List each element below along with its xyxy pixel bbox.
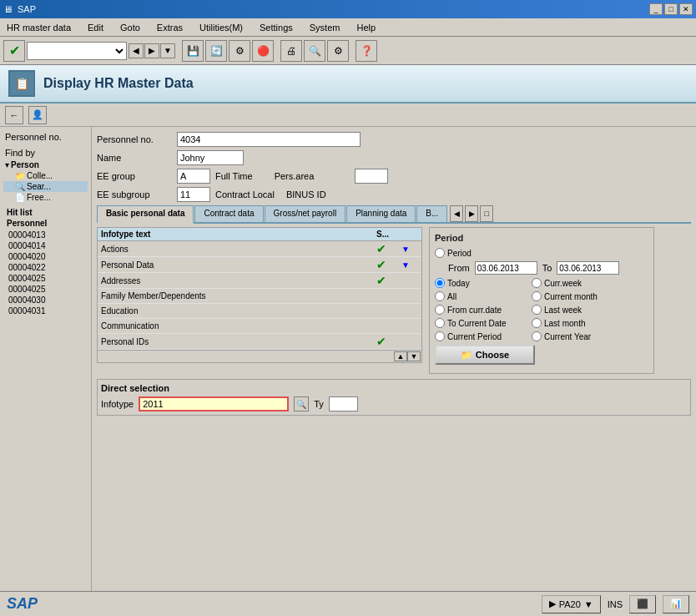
to-date-input[interactable] bbox=[557, 261, 619, 275]
table-row[interactable]: Communication bbox=[98, 319, 421, 334]
refresh-button[interactable]: 🔄 bbox=[205, 40, 227, 62]
menu-edit[interactable]: Edit bbox=[84, 21, 107, 34]
choose-button[interactable]: 📁 Choose bbox=[435, 345, 535, 365]
tab-contract-data[interactable]: Contract data bbox=[194, 205, 263, 222]
tab-nav-menu[interactable]: □ bbox=[480, 205, 493, 222]
from-curr-radio-label[interactable]: From curr.date bbox=[435, 305, 527, 315]
pers-area-input[interactable] bbox=[355, 169, 388, 184]
current-period-radio[interactable] bbox=[435, 331, 445, 341]
personnel-no-input[interactable] bbox=[177, 132, 361, 147]
table-row[interactable]: Addresses ✔ bbox=[98, 273, 421, 289]
name-input[interactable] bbox=[177, 150, 244, 165]
close-button[interactable]: ✕ bbox=[679, 3, 693, 15]
tab-b[interactable]: B... bbox=[416, 205, 447, 222]
last-month-radio-label[interactable]: Last month bbox=[532, 318, 585, 328]
help-button[interactable]: ❓ bbox=[356, 40, 377, 62]
hit-list-item-4[interactable]: 00004025 bbox=[7, 273, 84, 284]
tab-planning-data[interactable]: Planning data bbox=[346, 205, 416, 222]
table-row[interactable]: Actions ✔ ▼ bbox=[98, 241, 421, 257]
forward-button[interactable]: ▶ bbox=[144, 43, 159, 58]
menu-goto[interactable]: Goto bbox=[117, 21, 144, 34]
hit-list-item-7[interactable]: 00004031 bbox=[7, 305, 84, 316]
menu-hr-master-data[interactable]: HR master data bbox=[3, 21, 74, 34]
menu-extras[interactable]: Extras bbox=[154, 21, 186, 34]
free-icon: 📄 bbox=[15, 193, 25, 202]
main-content: Personnel no. Find by ▾ Person 📁 Colle..… bbox=[0, 127, 696, 593]
history-button[interactable]: ▼ bbox=[160, 43, 175, 58]
save-button[interactable]: 💾 bbox=[182, 40, 204, 62]
print-button[interactable]: 🖨 bbox=[280, 40, 302, 62]
from-curr-radio[interactable] bbox=[435, 305, 445, 315]
menu-utilities[interactable]: Utilities(M) bbox=[196, 21, 246, 34]
table-row[interactable]: Family Member/Dependents bbox=[98, 289, 421, 304]
mode-label: PA20 bbox=[559, 599, 581, 609]
to-current-radio[interactable] bbox=[435, 318, 445, 328]
period-panel: Period Period From To bbox=[429, 227, 654, 374]
green-check-button[interactable]: ✔ bbox=[3, 40, 25, 62]
last-week-radio[interactable] bbox=[532, 305, 542, 315]
back-button[interactable]: ◀ bbox=[129, 43, 144, 58]
sub-person-button[interactable]: 👤 bbox=[28, 106, 47, 124]
menu-system[interactable]: System bbox=[306, 21, 344, 34]
current-period-radio-label[interactable]: Current Period bbox=[435, 331, 527, 341]
ty-input[interactable] bbox=[329, 396, 358, 412]
last-week-radio-label[interactable]: Last week bbox=[532, 305, 582, 315]
tab-basic-personal-data[interactable]: Basic personal data bbox=[97, 205, 194, 224]
table-row[interactable]: Personal IDs ✔ bbox=[98, 334, 421, 350]
window-controls[interactable]: _ □ ✕ bbox=[649, 3, 693, 15]
sub-back-button[interactable]: ← bbox=[5, 106, 23, 124]
period-radio-label[interactable]: Period bbox=[435, 248, 472, 258]
to-current-radio-label[interactable]: To Current Date bbox=[435, 318, 527, 328]
sidebar-item-sear[interactable]: 🔍 Sear... bbox=[3, 181, 88, 192]
table-row[interactable]: Personal Data ✔ ▼ bbox=[98, 257, 421, 273]
infotype-search-button[interactable]: 🔍 bbox=[294, 396, 309, 412]
from-date-input[interactable] bbox=[475, 261, 537, 275]
all-radio-label[interactable]: All bbox=[435, 291, 527, 301]
scroll-down-btn[interactable]: ▼ bbox=[407, 351, 421, 361]
sidebar-expand-icon[interactable]: ▾ Person bbox=[3, 159, 88, 170]
direct-selection-title: Direct selection bbox=[101, 383, 687, 393]
all-radio[interactable] bbox=[435, 291, 445, 301]
curr-week-radio[interactable] bbox=[532, 278, 542, 288]
current-month-radio-label[interactable]: Current month bbox=[532, 291, 598, 301]
table-row[interactable]: Education bbox=[98, 304, 421, 319]
menu-settings[interactable]: Settings bbox=[256, 21, 296, 34]
scroll-up-btn[interactable]: ▲ bbox=[394, 351, 407, 361]
settings-button[interactable]: ⚙ bbox=[327, 40, 349, 62]
binus-id-label: BINUS ID bbox=[286, 189, 326, 199]
tab-nav-next[interactable]: ▶ bbox=[465, 205, 478, 222]
stop-button[interactable]: 🔴 bbox=[252, 40, 274, 62]
ee-group-code-input[interactable] bbox=[177, 169, 210, 184]
command-input[interactable] bbox=[27, 42, 127, 60]
last-month-radio[interactable] bbox=[532, 318, 542, 328]
today-radio[interactable] bbox=[435, 278, 445, 288]
maximize-button[interactable]: □ bbox=[664, 3, 678, 15]
toolbar: ✔ ◀ ▶ ▼ 💾 🔄 ⚙ 🔴 🖨 🔍 ⚙ ❓ bbox=[0, 37, 696, 65]
play-pa20-button[interactable]: ▶ PA20 ▼ bbox=[542, 595, 601, 613]
find-button[interactable]: 🔍 bbox=[304, 40, 325, 62]
menu-help[interactable]: Help bbox=[353, 21, 379, 34]
hit-list-item-1[interactable]: 00004014 bbox=[7, 240, 84, 251]
current-month-radio[interactable] bbox=[532, 291, 542, 301]
today-radio-label[interactable]: Today bbox=[435, 278, 527, 288]
hit-list-item-6[interactable]: 00004030 bbox=[7, 295, 84, 305]
hit-list-item-5[interactable]: 00004025 bbox=[7, 284, 84, 295]
row-personal-data-text: Personal Data bbox=[101, 260, 376, 270]
status-btn-2[interactable]: 📊 bbox=[663, 595, 689, 613]
status-btn-1[interactable]: ⬛ bbox=[629, 595, 656, 613]
ee-subgroup-code-input[interactable] bbox=[177, 187, 210, 202]
hit-list-item-0[interactable]: 00004013 bbox=[7, 230, 84, 240]
current-year-radio-label[interactable]: Current Year bbox=[532, 331, 591, 341]
curr-week-radio-label[interactable]: Curr.week bbox=[532, 278, 582, 288]
infotype-input[interactable] bbox=[139, 396, 289, 412]
minimize-button[interactable]: _ bbox=[649, 3, 663, 15]
tab-gross-net-payroll[interactable]: Gross/net payroll bbox=[265, 205, 346, 222]
period-radio[interactable] bbox=[435, 248, 445, 258]
current-year-radio[interactable] bbox=[532, 331, 542, 341]
tab-nav-prev[interactable]: ◀ bbox=[450, 205, 463, 222]
sidebar-item-colle[interactable]: 📁 Colle... bbox=[3, 170, 88, 181]
hit-list-item-3[interactable]: 00004022 bbox=[7, 262, 84, 273]
hit-list-item-2[interactable]: 00004020 bbox=[7, 251, 84, 262]
execute-button[interactable]: ⚙ bbox=[229, 40, 250, 62]
sidebar-item-free[interactable]: 📄 Free... bbox=[3, 192, 88, 203]
